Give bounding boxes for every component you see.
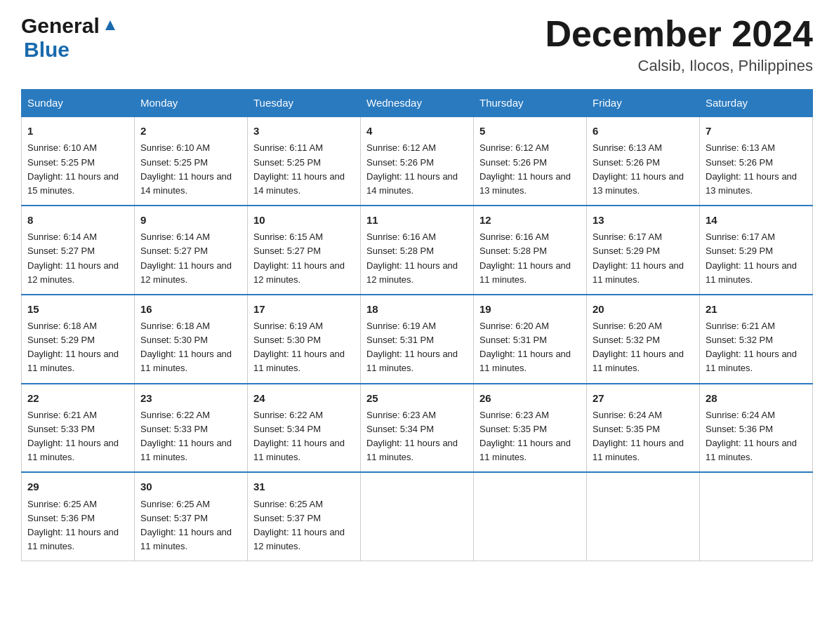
- week-row-5: 29Sunrise: 6:25 AMSunset: 5:36 PMDayligh…: [22, 472, 813, 561]
- calendar-cell: 16Sunrise: 6:18 AMSunset: 5:30 PMDayligh…: [135, 295, 248, 384]
- calendar-cell: 15Sunrise: 6:18 AMSunset: 5:29 PMDayligh…: [22, 295, 135, 384]
- title-block: December 2024 Calsib, Ilocos, Philippine…: [545, 14, 813, 75]
- sunrise-text: Sunrise: 6:12 AM: [479, 141, 581, 155]
- sunrise-text: Sunrise: 6:14 AM: [140, 230, 241, 244]
- sunrise-text: Sunrise: 6:15 AM: [253, 230, 355, 244]
- logo-blue-text: Blue: [24, 38, 70, 62]
- daylight-text: Daylight: 11 hours and 11 minutes.: [140, 347, 241, 375]
- daylight-text: Daylight: 11 hours and 11 minutes.: [140, 525, 241, 554]
- calendar-cell: 21Sunrise: 6:21 AMSunset: 5:32 PMDayligh…: [700, 295, 813, 384]
- sunset-text: Sunset: 5:35 PM: [479, 422, 581, 436]
- page-header: General Blue December 2024 Calsib, Iloco…: [21, 14, 813, 75]
- sunrise-text: Sunrise: 6:17 AM: [593, 230, 694, 244]
- day-number: 7: [706, 123, 807, 139]
- week-row-3: 15Sunrise: 6:18 AMSunset: 5:29 PMDayligh…: [22, 295, 813, 384]
- daylight-text: Daylight: 11 hours and 12 minutes.: [253, 525, 355, 554]
- day-number: 13: [593, 212, 694, 228]
- sunset-text: Sunset: 5:25 PM: [140, 156, 241, 170]
- sunrise-text: Sunrise: 6:25 AM: [140, 497, 241, 511]
- daylight-text: Daylight: 11 hours and 11 minutes.: [253, 436, 355, 464]
- daylight-text: Daylight: 11 hours and 12 minutes.: [140, 259, 241, 287]
- sunrise-text: Sunrise: 6:21 AM: [706, 319, 807, 333]
- sunrise-text: Sunrise: 6:12 AM: [366, 141, 468, 155]
- sunrise-text: Sunrise: 6:23 AM: [366, 408, 468, 422]
- logo-general-text: General: [21, 14, 100, 38]
- calendar-cell: 1Sunrise: 6:10 AMSunset: 5:25 PMDaylight…: [22, 116, 135, 206]
- daylight-text: Daylight: 11 hours and 11 minutes.: [593, 347, 694, 375]
- sunset-text: Sunset: 5:26 PM: [366, 156, 468, 170]
- day-number: 12: [479, 212, 581, 228]
- sunset-text: Sunset: 5:34 PM: [366, 422, 468, 436]
- daylight-text: Daylight: 11 hours and 12 minutes.: [27, 259, 128, 287]
- sunset-text: Sunset: 5:31 PM: [479, 333, 581, 347]
- calendar-cell: 18Sunrise: 6:19 AMSunset: 5:31 PMDayligh…: [361, 295, 474, 384]
- week-row-4: 22Sunrise: 6:21 AMSunset: 5:33 PMDayligh…: [22, 384, 813, 473]
- day-number: 15: [27, 301, 128, 317]
- daylight-text: Daylight: 11 hours and 11 minutes.: [593, 259, 694, 287]
- col-header-saturday: Saturday: [700, 90, 813, 117]
- calendar-cell: 19Sunrise: 6:20 AMSunset: 5:31 PMDayligh…: [474, 295, 587, 384]
- day-number: 18: [366, 301, 468, 317]
- col-header-thursday: Thursday: [474, 90, 587, 117]
- col-header-sunday: Sunday: [22, 90, 135, 117]
- calendar-cell: 4Sunrise: 6:12 AMSunset: 5:26 PMDaylight…: [361, 116, 474, 206]
- calendar-cell: 25Sunrise: 6:23 AMSunset: 5:34 PMDayligh…: [361, 384, 474, 473]
- calendar-cell: 24Sunrise: 6:22 AMSunset: 5:34 PMDayligh…: [248, 384, 361, 473]
- sunrise-text: Sunrise: 6:16 AM: [366, 230, 468, 244]
- daylight-text: Daylight: 11 hours and 11 minutes.: [706, 259, 807, 287]
- day-number: 2: [140, 123, 241, 139]
- daylight-text: Daylight: 11 hours and 11 minutes.: [140, 436, 241, 464]
- calendar-body: 1Sunrise: 6:10 AMSunset: 5:25 PMDaylight…: [22, 116, 813, 561]
- daylight-text: Daylight: 11 hours and 15 minutes.: [27, 170, 128, 198]
- logo-triangle-icon: [102, 18, 118, 33]
- sunrise-text: Sunrise: 6:10 AM: [140, 141, 241, 155]
- day-number: 20: [593, 301, 694, 317]
- col-header-monday: Monday: [135, 90, 248, 117]
- calendar-header: SundayMondayTuesdayWednesdayThursdayFrid…: [22, 90, 813, 117]
- sunrise-text: Sunrise: 6:20 AM: [593, 319, 694, 333]
- header-row: SundayMondayTuesdayWednesdayThursdayFrid…: [22, 90, 813, 117]
- daylight-text: Daylight: 11 hours and 14 minutes.: [253, 170, 355, 198]
- day-number: 14: [706, 212, 807, 228]
- calendar-cell: 13Sunrise: 6:17 AMSunset: 5:29 PMDayligh…: [587, 206, 700, 295]
- daylight-text: Daylight: 11 hours and 11 minutes.: [253, 347, 355, 375]
- daylight-text: Daylight: 11 hours and 12 minutes.: [253, 259, 355, 287]
- day-number: 27: [593, 390, 694, 406]
- sunset-text: Sunset: 5:25 PM: [253, 156, 355, 170]
- daylight-text: Daylight: 11 hours and 14 minutes.: [140, 170, 241, 198]
- daylight-text: Daylight: 11 hours and 11 minutes.: [593, 436, 694, 464]
- daylight-text: Daylight: 11 hours and 11 minutes.: [706, 436, 807, 464]
- calendar-cell: 10Sunrise: 6:15 AMSunset: 5:27 PMDayligh…: [248, 206, 361, 295]
- sunset-text: Sunset: 5:33 PM: [27, 422, 128, 436]
- sunrise-text: Sunrise: 6:19 AM: [253, 319, 355, 333]
- sunrise-text: Sunrise: 6:13 AM: [706, 141, 807, 155]
- sunrise-text: Sunrise: 6:16 AM: [479, 230, 581, 244]
- daylight-text: Daylight: 11 hours and 13 minutes.: [593, 170, 694, 198]
- col-header-tuesday: Tuesday: [248, 90, 361, 117]
- daylight-text: Daylight: 11 hours and 11 minutes.: [479, 436, 581, 464]
- calendar-table: SundayMondayTuesdayWednesdayThursdayFrid…: [21, 89, 813, 561]
- sunset-text: Sunset: 5:28 PM: [479, 244, 581, 258]
- sunrise-text: Sunrise: 6:11 AM: [253, 141, 355, 155]
- day-number: 1: [27, 123, 128, 139]
- day-number: 26: [479, 390, 581, 406]
- sunset-text: Sunset: 5:33 PM: [140, 422, 241, 436]
- day-number: 10: [253, 212, 355, 228]
- calendar-cell: [587, 472, 700, 561]
- col-header-wednesday: Wednesday: [361, 90, 474, 117]
- location-title: Calsib, Ilocos, Philippines: [545, 57, 813, 75]
- sunset-text: Sunset: 5:30 PM: [253, 333, 355, 347]
- calendar-cell: 8Sunrise: 6:14 AMSunset: 5:27 PMDaylight…: [22, 206, 135, 295]
- sunrise-text: Sunrise: 6:20 AM: [479, 319, 581, 333]
- sunrise-text: Sunrise: 6:23 AM: [479, 408, 581, 422]
- sunset-text: Sunset: 5:26 PM: [706, 156, 807, 170]
- sunset-text: Sunset: 5:36 PM: [706, 422, 807, 436]
- sunset-text: Sunset: 5:35 PM: [593, 422, 694, 436]
- daylight-text: Daylight: 11 hours and 11 minutes.: [479, 347, 581, 375]
- sunset-text: Sunset: 5:36 PM: [27, 511, 128, 525]
- sunset-text: Sunset: 5:27 PM: [140, 244, 241, 258]
- sunrise-text: Sunrise: 6:18 AM: [140, 319, 241, 333]
- logo: General Blue: [21, 14, 118, 62]
- day-number: 25: [366, 390, 468, 406]
- sunset-text: Sunset: 5:32 PM: [706, 333, 807, 347]
